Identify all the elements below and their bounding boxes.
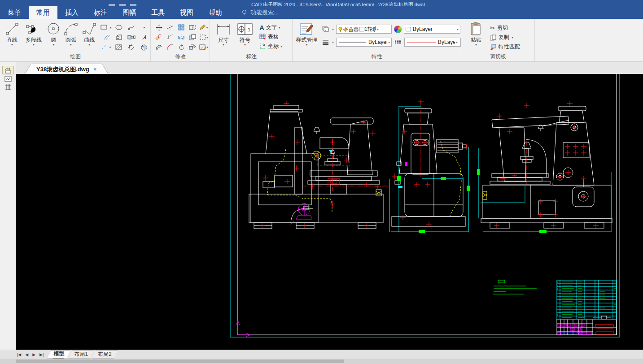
coordinate-button[interactable]: 坐标▾ (259, 42, 282, 50)
dropdown-arrow-icon: ▾ (52, 43, 54, 47)
section-label-draw: 绘图 (0, 53, 151, 61)
spline-icon (82, 22, 96, 36)
window-title: CAD 电子图板 2020 - [C:\Users\...\AppData\Lo… (251, 1, 425, 6)
nav-prev-icon[interactable]: ◀ (25, 352, 28, 357)
svg-text:A: A (142, 45, 144, 48)
extend-button[interactable] (165, 33, 175, 42)
rectangle-button[interactable]: ▾ (100, 23, 112, 32)
local-detail-button[interactable]: A (138, 43, 150, 52)
tab-model[interactable]: 模型 (47, 351, 70, 359)
style-manager-button[interactable]: 样式管理▾ (295, 19, 318, 56)
drawing-canvas[interactable] (16, 74, 643, 350)
dimension-icon (216, 22, 231, 36)
lineweight-icon[interactable] (322, 39, 330, 45)
linecolor-combo[interactable]: ByLayer ▾ (404, 38, 461, 47)
move-button[interactable] (153, 23, 164, 32)
palette-library-icon[interactable] (3, 75, 13, 82)
layer-name: 1轮廓 (364, 26, 376, 33)
menu-item-insert[interactable]: 插入 (57, 6, 86, 19)
nav-next-icon[interactable]: ▶ (32, 352, 35, 357)
chamfer-button[interactable] (165, 43, 175, 52)
spline-button[interactable]: 曲线▾ (81, 19, 98, 56)
dropdown-arrow-icon: ▾ (223, 43, 224, 47)
dropdown-arrow-icon: ▾ (388, 40, 390, 44)
svg-text:.1: .1 (246, 27, 250, 32)
cut-button[interactable]: ✂剪切 (490, 24, 520, 32)
menu-item-sheet[interactable]: 图幅 (115, 6, 144, 19)
dropdown-arrow-icon: ▾ (332, 27, 334, 31)
table-icon (259, 34, 266, 40)
parts-list-table (557, 280, 617, 319)
hole-shaft-button[interactable] (125, 33, 137, 42)
pick-arrow-button[interactable] (138, 33, 150, 42)
layers-icon[interactable] (322, 26, 330, 33)
table-button[interactable]: 表格 (259, 33, 282, 41)
nav-first-icon[interactable]: |◀ (17, 352, 21, 357)
palette-pin-icon[interactable] (3, 66, 13, 74)
shift-button[interactable] (153, 43, 164, 52)
break-button[interactable] (187, 33, 198, 42)
explode-button[interactable] (187, 43, 198, 52)
section-label-properties: 特性 (293, 53, 461, 61)
close-icon[interactable]: × (93, 66, 97, 73)
menu-item-tools[interactable]: 工具 (144, 6, 172, 19)
polyline-button[interactable]: 多段线▾ (21, 19, 46, 56)
tab-layout1[interactable]: 布局1 (68, 351, 94, 359)
menu-item-home[interactable]: 常用 (29, 6, 57, 19)
arc-button[interactable]: 圆弧▾ (61, 19, 80, 56)
nav-last-icon[interactable]: ▶| (39, 352, 44, 357)
color-combo[interactable]: ByLayer ▾ (404, 25, 460, 34)
menu-item-view[interactable]: 视图 (172, 6, 201, 19)
paste-button[interactable]: 粘贴▾ (466, 19, 486, 56)
document-tab-bar: Y38滚齿机总图.dwg × (16, 62, 643, 74)
document-tab-label: Y38滚齿机总图.dwg (36, 65, 89, 74)
line-button[interactable]: 直线▾ (3, 19, 21, 56)
mirror-button[interactable] (176, 33, 187, 42)
ucs-icon (236, 321, 251, 337)
menu-item-menu[interactable]: 菜单 (0, 6, 29, 19)
match-properties-button[interactable]: 特性匹配 (490, 43, 520, 51)
scrollbar-thumb[interactable] (16, 360, 344, 363)
hatch-edit-button[interactable]: ▾ (198, 43, 209, 52)
rotate-button[interactable] (176, 43, 187, 52)
copy-move-button[interactable] (153, 33, 164, 42)
horizontal-scrollbar[interactable] (0, 359, 643, 364)
sheet-tabs: 模型 布局1 布局2 (50, 351, 118, 359)
array-button[interactable] (176, 23, 187, 32)
ellipse-button[interactable] (113, 23, 125, 32)
contour-button[interactable] (113, 33, 125, 42)
point-button[interactable] (138, 23, 150, 32)
axis-line-button[interactable]: ▾ (100, 43, 112, 52)
symbol-icon: .1 (237, 22, 253, 36)
parallel-line-button[interactable] (100, 33, 112, 42)
layer-combo[interactable]: 1轮廓 ▾ (336, 25, 392, 34)
dropdown-arrow-icon: ▾ (244, 43, 246, 47)
symbol-button[interactable]: .1 符号▾ (233, 19, 257, 56)
feature-search[interactable]: 功能搜索... (230, 6, 279, 19)
layer-on-icon (338, 26, 343, 32)
stretch-button[interactable] (187, 23, 198, 32)
layer-color-swatch (359, 27, 364, 31)
dimension-button[interactable]: 尺寸▾ (214, 19, 233, 56)
tab-layout2[interactable]: 布局2 (92, 351, 118, 359)
linestyle-icon[interactable] (394, 39, 402, 45)
palette-options-icon[interactable] (3, 83, 13, 91)
copy-button[interactable]: 复制▾ (490, 34, 520, 41)
menu-item-annotate[interactable]: 标注 (86, 6, 115, 19)
hatch-button[interactable] (113, 43, 125, 52)
title-bar: CAD 电子图板 2020 - [C:\Users\...\AppData\Lo… (0, 0, 643, 6)
left-palette-strip (0, 62, 16, 350)
document-tab[interactable]: Y38滚齿机总图.dwg × (25, 64, 108, 74)
fit-curve-button[interactable] (125, 23, 137, 32)
dropdown-arrow-icon: ▾ (306, 43, 307, 47)
edit-button[interactable]: ▾ (198, 23, 209, 32)
gear-button[interactable] (125, 43, 137, 52)
circle-button[interactable]: 圆▾ (46, 19, 61, 56)
color-wheel-icon[interactable] (394, 26, 402, 33)
scale-button[interactable]: ▾ (198, 33, 209, 42)
linetype-combo[interactable]: ByLayer ▾ (336, 38, 392, 47)
trim-button[interactable] (165, 23, 175, 32)
layer-lock-icon (349, 26, 353, 32)
text-button[interactable]: A文字▾ (259, 23, 282, 31)
menu-item-help[interactable]: 帮助 (201, 6, 230, 19)
